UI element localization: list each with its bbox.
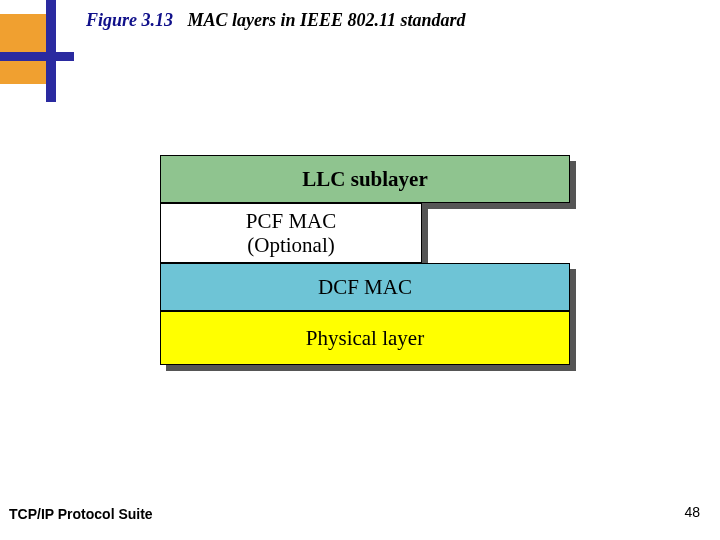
- figure-number: Figure 3.13: [86, 10, 173, 30]
- page-number: 48: [684, 504, 700, 520]
- layer-dcf: DCF MAC: [160, 263, 570, 311]
- layer-physical-label: Physical layer: [160, 311, 570, 365]
- layer-pcf: PCF MAC (Optional): [160, 203, 422, 263]
- layer-pcf-face: PCF MAC (Optional): [160, 203, 422, 263]
- corner-accent-blue-h: [0, 52, 74, 61]
- figure-caption: MAC layers in IEEE 802.11 standard: [188, 10, 466, 30]
- footer-text: TCP/IP Protocol Suite: [9, 506, 153, 522]
- slide: Figure 3.13 MAC layers in IEEE 802.11 st…: [0, 0, 720, 540]
- corner-accent-blue-v: [46, 0, 56, 102]
- layer-llc: LLC sublayer: [160, 155, 570, 203]
- layer-physical: Physical layer: [160, 311, 570, 365]
- figure-title: Figure 3.13 MAC layers in IEEE 802.11 st…: [86, 10, 466, 31]
- layer-pcf-label-2: (Optional): [247, 233, 334, 257]
- layer-dcf-label: DCF MAC: [160, 263, 570, 311]
- layer-pcf-label-1: PCF MAC: [246, 209, 336, 233]
- mac-layers-diagram: LLC sublayer PCF MAC (Optional) DCF MAC …: [160, 155, 570, 365]
- layer-llc-label: LLC sublayer: [160, 155, 570, 203]
